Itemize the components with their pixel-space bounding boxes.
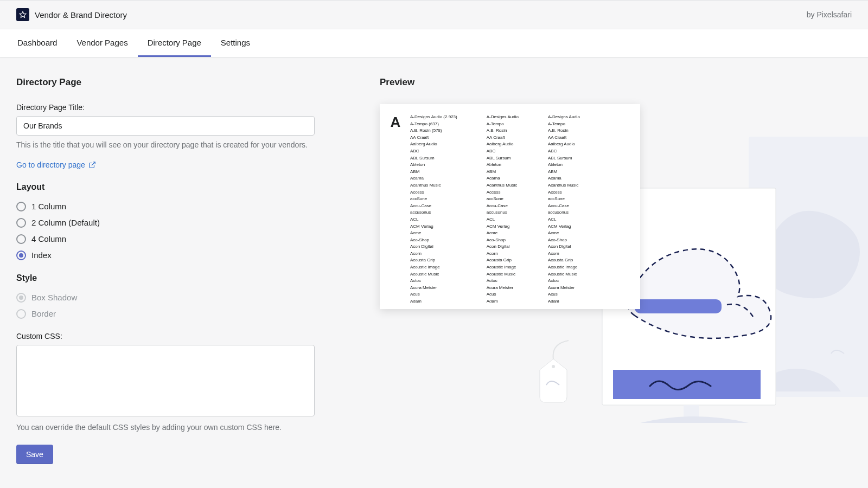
main-content: Directory Page Directory Page Title: Thi… [0, 57, 868, 484]
preview-item: Acoustic Image [548, 264, 580, 271]
preview-item: Acanthus Music [548, 182, 580, 189]
preview-item: ABL Sursum [487, 155, 519, 162]
preview-item: ABM [410, 169, 457, 175]
preview-item: Acoustic Music [410, 271, 457, 278]
preview-item: Adam [410, 298, 457, 305]
preview-item: ABL Sursum [548, 155, 580, 162]
preview-item: Aco-Shop [410, 237, 457, 243]
preview-item: A-Designs Audio [548, 114, 580, 120]
top-bar: Vendor & Brand Directory by Pixelsafari [0, 0, 868, 29]
preview-col-3: A-Designs AudioA-TempoA.B. RosinAA Craaf… [548, 114, 580, 299]
tab-directory-page[interactable]: Directory Page [138, 29, 211, 57]
preview-item: Acorn [487, 251, 519, 257]
preview-item: Aalberg Audio [410, 141, 457, 147]
external-link-icon [88, 161, 96, 169]
tab-vendor-pages[interactable]: Vendor Pages [67, 29, 137, 57]
preview-item: Accu-Case [548, 203, 580, 209]
preview-item: accSone [410, 196, 457, 202]
save-button[interactable]: Save [16, 445, 53, 464]
byline: by Pixelsafari [807, 10, 852, 19]
preview-item: A.B. Rosin (578) [410, 127, 457, 134]
preview-item: Ableton [487, 162, 519, 168]
radio-label: Box Shadow [31, 293, 77, 302]
radio-icon [16, 309, 26, 319]
preview-item: Acon Digital [548, 243, 580, 250]
style-option-border: Border [16, 309, 315, 319]
radio-icon [16, 234, 26, 244]
preview-item: A-Tempo [487, 121, 519, 127]
preview-item: ABC [410, 148, 457, 155]
preview-item: Acus [548, 291, 580, 298]
radio-label: 1 Column [31, 202, 66, 211]
preview-item: Acura Meister [548, 285, 580, 291]
preview-item: Acura Meister [487, 285, 519, 291]
preview-item: Aalberg Audio [548, 141, 580, 147]
title-help-text: This is the title that you will see on y… [16, 140, 315, 151]
preview-item: accusonus [548, 209, 580, 216]
preview-item: ACL [548, 216, 580, 223]
radio-label: Index [31, 251, 52, 260]
preview-item: A.B. Rosin [487, 127, 519, 134]
go-to-directory-link[interactable]: Go to directory page [16, 160, 96, 169]
preview-columns: A-Designs Audio (2.923)A-Tempo (637)A.B.… [410, 114, 633, 299]
layout-option-2col[interactable]: 2 Column (Default) [16, 218, 315, 228]
preview-item: Accu-Case [487, 203, 519, 209]
preview-item: accSone [548, 196, 580, 202]
radio-label: 2 Column (Default) [31, 218, 100, 227]
tab-bar: Dashboard Vendor Pages Directory Page Se… [0, 29, 868, 57]
preview-item: Actoc [548, 278, 580, 284]
settings-column: Directory Page Directory Page Title: Thi… [16, 77, 315, 464]
radio-label: 4 Column [31, 234, 66, 243]
preview-item: Acanthus Music [487, 182, 519, 189]
preview-item: accusonus [487, 209, 519, 216]
preview-column: Preview [380, 77, 852, 464]
preview-item: ABL Sursum [410, 155, 457, 162]
preview-item: Actoc [410, 278, 457, 284]
custom-css-textarea[interactable] [16, 345, 315, 416]
preview-item: A.B. Rosin [548, 127, 580, 134]
preview-item: Acme [410, 230, 457, 236]
svg-rect-5 [635, 299, 722, 313]
preview-item: ABM [487, 169, 519, 175]
svg-rect-3 [825, 337, 852, 371]
preview-item: Acoustic Image [410, 264, 457, 271]
svg-line-1 [92, 162, 95, 165]
css-help-text: You can override the default CSS styles … [16, 422, 315, 433]
preview-item: Acama [548, 175, 580, 182]
preview-item: Acousta Grip [410, 257, 457, 264]
preview-item: AA Craaft [548, 134, 580, 141]
preview-item: Access [410, 189, 457, 196]
preview-item: Adam [548, 298, 580, 305]
preview-item: AA Craaft [487, 134, 519, 141]
preview-index-letter: A [387, 114, 404, 299]
app-logo [16, 8, 29, 21]
star-icon [19, 11, 27, 18]
preview-item: Acanthus Music [410, 182, 457, 189]
svg-point-7 [552, 365, 555, 368]
preview-item: Access [548, 189, 580, 196]
svg-rect-6 [613, 370, 761, 399]
radio-icon [16, 218, 26, 228]
tab-dashboard[interactable]: Dashboard [8, 29, 67, 57]
preview-item: Acon Digital [487, 243, 519, 250]
layout-option-1col[interactable]: 1 Column [16, 202, 315, 211]
preview-item: Acama [487, 175, 519, 182]
tab-settings[interactable]: Settings [211, 29, 260, 57]
layout-option-4col[interactable]: 4 Column [16, 234, 315, 244]
preview-item: A-Designs Audio (2.923) [410, 114, 457, 120]
preview-item: Accu-Case [410, 203, 457, 209]
app-title: Vendor & Brand Directory [35, 10, 127, 20]
preview-item: Acura Meister [410, 285, 457, 291]
preview-item: Acoustic Music [548, 271, 580, 278]
preview-col-1: A-Designs Audio (2.923)A-Tempo (637)A.B.… [410, 114, 457, 299]
preview-item: Acorn [548, 251, 580, 257]
preview-item: Acoustic Image [487, 264, 519, 271]
title-field-label: Directory Page Title: [16, 103, 315, 112]
preview-item: ACM Verlag [410, 223, 457, 230]
preview-item: ACL [487, 216, 519, 223]
style-heading: Style [16, 273, 315, 283]
title-input[interactable] [16, 116, 315, 136]
preview-item: A-Designs Audio [487, 114, 519, 120]
layout-option-index[interactable]: Index [16, 251, 315, 260]
preview-item: Actoc [487, 278, 519, 284]
